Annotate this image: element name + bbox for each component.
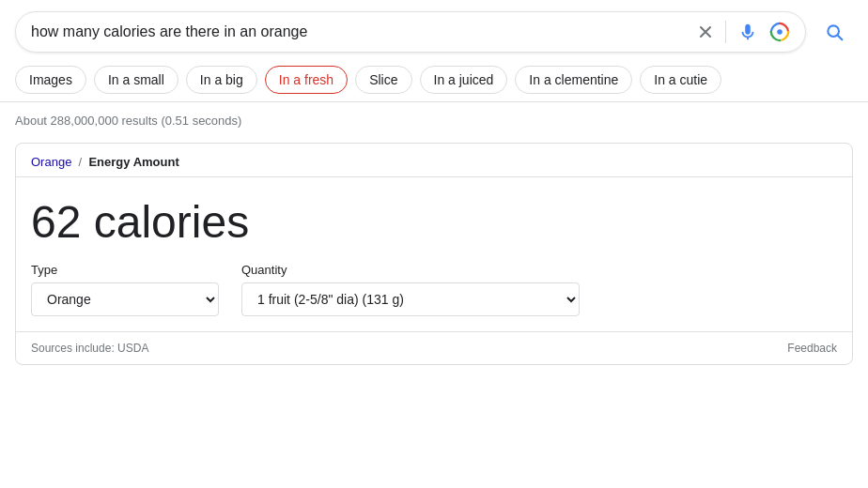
kp-body: 62 calories Type OrangeNavel OrangeBlood… [16, 177, 852, 331]
svg-point-1 [777, 29, 783, 35]
close-icon [697, 23, 714, 40]
search-icons-group [697, 21, 790, 43]
chip-in-a-small[interactable]: In a small [94, 66, 178, 94]
results-count: About 288,000,000 results (0.51 seconds) [0, 102, 868, 135]
source-text: Sources include: USDA [31, 342, 148, 355]
quantity-select[interactable]: 1 fruit (2-5/8" dia) (131 g)100 g1 cup s… [241, 282, 580, 316]
search-box: how many calories are there in an orange [15, 11, 806, 53]
divider [725, 21, 726, 43]
chips-row: ImagesIn a smallIn a bigIn a freshSliceI… [0, 62, 868, 102]
voice-search-button[interactable] [737, 22, 758, 42]
search-icon [825, 23, 844, 41]
kp-footer: Sources include: USDA Feedback [16, 331, 852, 364]
chip-in-a-cutie[interactable]: In a cutie [640, 66, 721, 94]
type-label: Type [31, 263, 219, 277]
calories-display: 62 calories [31, 196, 837, 248]
chip-in-a-juiced[interactable]: In a juiced [420, 66, 508, 94]
quantity-selector-group: Quantity 1 fruit (2-5/8" dia) (131 g)100… [241, 263, 580, 316]
breadcrumb-link[interactable]: Orange [31, 155, 71, 169]
selectors-row: Type OrangeNavel OrangeBlood OrangeManda… [31, 263, 837, 316]
chip-in-a-fresh[interactable]: In a fresh [265, 66, 348, 94]
lens-icon [769, 22, 790, 42]
chip-in-a-clementine[interactable]: In a clementine [515, 66, 632, 94]
chip-in-a-big[interactable]: In a big [186, 66, 257, 94]
chip-images[interactable]: Images [15, 66, 86, 94]
type-select[interactable]: OrangeNavel OrangeBlood OrangeMandarin O… [31, 282, 219, 316]
svg-line-3 [838, 36, 843, 40]
kp-breadcrumb: Orange / Energy Amount [16, 144, 852, 177]
feedback-link[interactable]: Feedback [787, 342, 837, 355]
quantity-label: Quantity [241, 263, 580, 277]
lens-button[interactable] [769, 22, 790, 42]
type-selector-group: Type OrangeNavel OrangeBlood OrangeManda… [31, 263, 219, 316]
chip-slice[interactable]: Slice [355, 66, 411, 94]
knowledge-panel-card: Orange / Energy Amount 62 calories Type … [15, 143, 853, 365]
mic-icon [737, 22, 758, 42]
search-query: how many calories are there in an orange [31, 23, 688, 40]
breadcrumb-current: Energy Amount [88, 155, 178, 169]
search-bar-container: how many calories are there in an orange [0, 0, 868, 62]
clear-button[interactable] [697, 23, 714, 40]
search-button[interactable] [815, 13, 853, 51]
